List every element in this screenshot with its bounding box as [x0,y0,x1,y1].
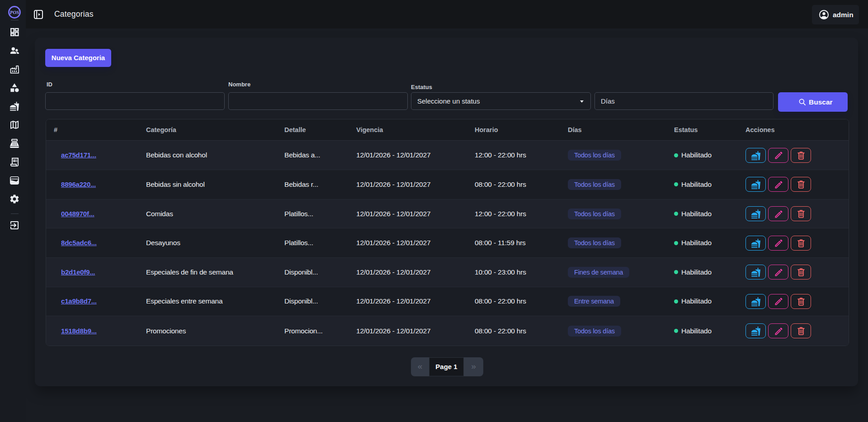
svg-text:POS: POS [10,9,19,15]
